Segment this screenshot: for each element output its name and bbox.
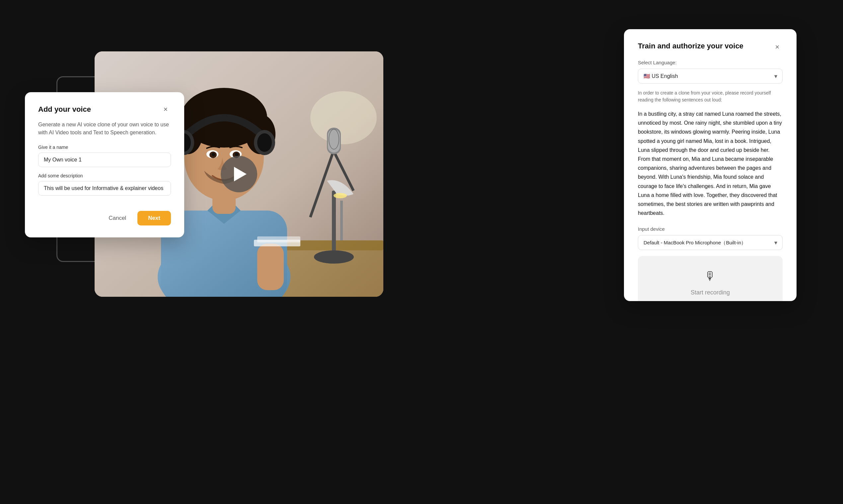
add-voice-close-button[interactable]: × bbox=[160, 104, 171, 115]
play-button[interactable] bbox=[221, 156, 257, 192]
modal-header: Add your voice × bbox=[38, 104, 171, 115]
input-device-select[interactable]: Default - MacBook Pro Microphone（Built-i… bbox=[638, 235, 782, 250]
svg-rect-32 bbox=[340, 201, 343, 240]
svg-point-33 bbox=[333, 193, 347, 198]
add-voice-modal: Add your voice × Generate a new AI voice… bbox=[25, 92, 184, 237]
microphone-icon: 🎙 bbox=[704, 269, 716, 283]
start-recording-label: Start recording bbox=[691, 289, 730, 296]
input-device-label: Input device bbox=[638, 226, 782, 232]
train-modal-title: Train and authorize your voice bbox=[638, 42, 743, 50]
svg-point-28 bbox=[314, 250, 354, 264]
svg-rect-35 bbox=[257, 236, 300, 242]
svg-rect-24 bbox=[257, 244, 284, 290]
voice-description-input[interactable] bbox=[38, 181, 171, 196]
next-button[interactable]: Next bbox=[137, 211, 171, 226]
language-select[interactable]: 🇺🇸 US English 🇬🇧 UK English 🇪🇸 Spanish bbox=[638, 69, 782, 84]
play-icon bbox=[234, 167, 246, 181]
train-authorize-modal: Train and authorize your voice × Select … bbox=[624, 29, 796, 301]
svg-point-18 bbox=[212, 153, 215, 156]
select-language-label: Select Language: bbox=[638, 60, 782, 65]
train-close-button[interactable]: × bbox=[772, 42, 782, 52]
train-modal-header: Train and authorize your voice × bbox=[638, 42, 782, 52]
sample-text: In a bustling city, a stray cat named Lu… bbox=[638, 109, 782, 217]
svg-point-23 bbox=[257, 133, 272, 152]
modal-actions: Cancel Next bbox=[38, 211, 171, 226]
name-field-label: Give it a name bbox=[38, 145, 171, 150]
instruction-text: In order to create a clone from your voi… bbox=[638, 90, 782, 104]
device-select-wrapper: Default - MacBook Pro Microphone（Built-i… bbox=[638, 235, 782, 250]
description-field-label: Add some description bbox=[38, 173, 171, 178]
recording-area[interactable]: 🎙 Start recording bbox=[638, 256, 782, 301]
add-voice-description: Generate a new AI voice clone of your ow… bbox=[38, 121, 171, 137]
voice-name-input[interactable] bbox=[38, 152, 171, 167]
svg-point-1 bbox=[310, 91, 377, 144]
add-voice-title: Add your voice bbox=[38, 105, 91, 114]
svg-rect-27 bbox=[332, 191, 336, 257]
cancel-button[interactable]: Cancel bbox=[103, 212, 132, 225]
language-select-wrapper: 🇺🇸 US English 🇬🇧 UK English 🇪🇸 Spanish ▾ bbox=[638, 69, 782, 84]
